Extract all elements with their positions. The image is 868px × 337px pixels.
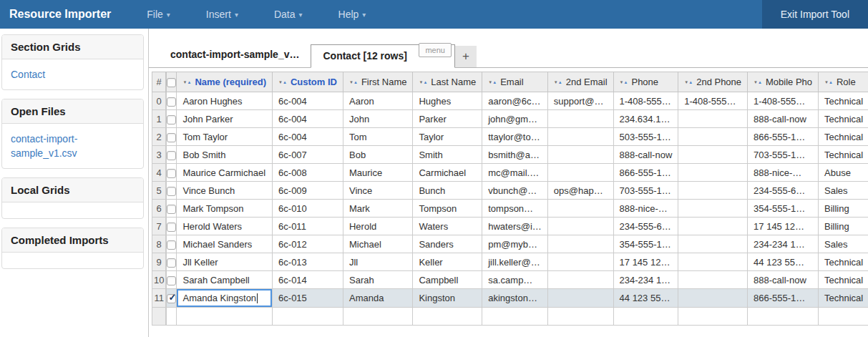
cell-mobile[interactable]: 234-234 1… <box>748 235 819 253</box>
cell-last_name[interactable]: Bunch <box>413 182 482 200</box>
cell-role[interactable] <box>819 308 868 326</box>
cell-first_name[interactable]: Mark <box>343 200 412 218</box>
exit-import-tool-button[interactable]: Exit Import Tool <box>762 0 868 29</box>
row-number[interactable]: 0 <box>152 92 166 110</box>
row-checkbox[interactable] <box>167 223 176 232</box>
cell-mobile[interactable]: 888-call-now <box>748 271 819 289</box>
cell-name[interactable]: Sarah Campbell <box>177 271 273 289</box>
cell-last_name[interactable]: Parker <box>413 110 482 128</box>
cell-name[interactable]: Mark Tompson <box>177 200 273 218</box>
cell-role[interactable]: Billing <box>819 218 868 235</box>
cell-role[interactable]: Technical <box>819 92 868 110</box>
cell-email[interactable]: vbunch@… <box>482 182 548 200</box>
column-header-phone[interactable]: ▼▲Phone <box>613 72 678 92</box>
cell-email2[interactable]: ops@hap… <box>547 182 613 200</box>
menu-insert[interactable]: Insert ▾ <box>196 0 248 29</box>
cell-phone2[interactable] <box>678 289 748 308</box>
cell-first_name[interactable]: Herold <box>343 218 412 235</box>
menu-help[interactable]: Help ▾ <box>328 0 376 29</box>
cell-email[interactable]: bsmith@a… <box>482 146 548 164</box>
cell-mobile[interactable]: 354-555-1… <box>748 200 819 218</box>
cell-role[interactable]: Billing <box>819 200 868 218</box>
cell-first_name[interactable]: Tom <box>343 128 412 146</box>
cell-name[interactable]: Aaron Hughes <box>177 92 273 110</box>
cell-custom_id[interactable]: 6c-010 <box>273 200 343 218</box>
cell-first_name[interactable]: Michael <box>343 235 412 253</box>
sidebar-link-open-file[interactable]: contact-import-sample_v1.csv <box>11 132 135 160</box>
cell-email2[interactable] <box>547 308 613 326</box>
tab-csv-file[interactable]: contact-import-sample_v… <box>159 44 311 67</box>
sidebar-link-contact[interactable]: Contact <box>11 67 135 82</box>
cell-first_name[interactable]: Maurice <box>343 164 412 182</box>
column-header-email[interactable]: ▼▲Email <box>482 72 548 92</box>
cell-mobile[interactable]: 866-555-1… <box>748 289 819 308</box>
cell-phone[interactable]: 866-555-1… <box>613 164 678 182</box>
row-number[interactable]: 2 <box>152 128 166 146</box>
cell-name[interactable]: Amanda Kingston <box>177 289 273 308</box>
row-checkbox[interactable] <box>167 115 176 124</box>
cell-email[interactable]: john@gm… <box>482 110 548 128</box>
cell-email2[interactable] <box>547 164 613 182</box>
cell-phone2[interactable]: 1-408-555… <box>678 92 748 110</box>
row-number[interactable]: 11 <box>152 289 166 308</box>
cell-email[interactable]: akingston… <box>482 289 548 308</box>
row-checkbox[interactable] <box>167 187 176 196</box>
cell-mobile[interactable] <box>748 308 819 326</box>
cell-phone2[interactable] <box>678 235 748 253</box>
cell-mobile[interactable]: 888-nice-… <box>748 164 819 182</box>
cell-mobile[interactable]: 1-408-555… <box>748 92 819 110</box>
cell-email2[interactable] <box>547 146 613 164</box>
cell-custom_id[interactable]: 6c-004 <box>273 110 343 128</box>
cell-custom_id[interactable] <box>273 308 343 326</box>
cell-email[interactable] <box>482 308 548 326</box>
row-number[interactable]: 9 <box>152 253 166 271</box>
cell-role[interactable]: Technical <box>819 253 868 271</box>
cell-name[interactable]: Bob Smith <box>177 146 273 164</box>
cell-name[interactable]: Maurice Carmichael <box>177 164 273 182</box>
cell-last_name[interactable]: Taylor <box>413 128 482 146</box>
cell-role[interactable]: Technical <box>819 146 868 164</box>
cell-email2[interactable] <box>547 218 613 235</box>
column-header-first_name[interactable]: ▼▲First Name <box>343 72 412 92</box>
cell-email[interactable]: tompson… <box>482 200 548 218</box>
column-header-email2[interactable]: ▼▲2nd Email <box>547 72 613 92</box>
cell-name[interactable]: Tom Taylor <box>177 128 273 146</box>
cell-phone2[interactable] <box>678 182 748 200</box>
cell-first_name[interactable]: Bob <box>343 146 412 164</box>
name-cell-editor[interactable]: Amanda Kingston <box>177 289 272 307</box>
row-checkbox[interactable] <box>167 258 176 268</box>
row-checkbox[interactable] <box>167 294 176 303</box>
row-checkbox[interactable] <box>167 276 176 285</box>
cell-first_name[interactable]: Sarah <box>343 271 412 289</box>
cell-role[interactable]: Sales <box>819 235 868 253</box>
cell-first_name[interactable]: John <box>343 110 412 128</box>
cell-email[interactable]: ttaylor@to… <box>482 128 548 146</box>
cell-name[interactable]: Herold Waters <box>177 218 273 235</box>
cell-email[interactable]: aaron@6c… <box>482 92 548 110</box>
cell-custom_id[interactable]: 6c-012 <box>273 235 343 253</box>
cell-phone2[interactable] <box>678 308 748 326</box>
cell-first_name[interactable] <box>343 308 412 326</box>
cell-phone[interactable]: 234.634.1… <box>613 110 678 128</box>
cell-email[interactable]: pm@myb… <box>482 235 548 253</box>
cell-phone2[interactable] <box>678 164 748 182</box>
cell-custom_id[interactable]: 6c-011 <box>273 218 343 235</box>
cell-custom_id[interactable]: 6c-015 <box>273 289 343 308</box>
cell-last_name[interactable]: Campbell <box>413 271 482 289</box>
cell-phone2[interactable] <box>678 146 748 164</box>
row-number[interactable]: 1 <box>152 110 166 128</box>
cell-first_name[interactable]: Amanda <box>343 289 412 308</box>
tab-contact-grid[interactable]: Contact [12 rows] menu <box>311 44 454 68</box>
cell-mobile[interactable]: 44 123 55… <box>748 253 819 271</box>
cell-phone[interactable]: 503-555-1… <box>613 128 678 146</box>
cell-last_name[interactable]: Waters <box>413 218 482 235</box>
cell-phone[interactable]: 703-555-1… <box>613 182 678 200</box>
cell-phone[interactable]: 17 145 12… <box>613 253 678 271</box>
cell-last_name[interactable] <box>413 308 482 326</box>
cell-email[interactable]: sa.camp… <box>482 271 548 289</box>
cell-first_name[interactable]: Vince <box>343 182 412 200</box>
cell-last_name[interactable]: Kingston <box>413 289 482 308</box>
row-number[interactable]: 5 <box>152 182 166 200</box>
cell-email[interactable]: hwaters@i… <box>482 218 548 235</box>
menu-data[interactable]: Data ▾ <box>264 0 313 29</box>
